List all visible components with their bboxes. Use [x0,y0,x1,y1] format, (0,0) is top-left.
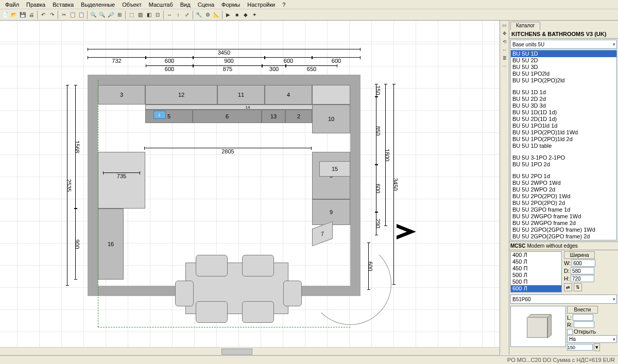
toolbar-icon[interactable]: 📋 [77,11,85,19]
sizes-list[interactable]: 400 Л450 Л450 П500 Л500 П600 Л600 П [510,251,562,292]
catalog-item[interactable]: BU 5U 1PO2ld [511,71,616,77]
menu-view[interactable]: Вид [177,1,194,8]
catalog-item[interactable]: BU 5U 1PO1ld 1d [511,123,616,129]
menu-edit[interactable]: Правка [23,1,48,8]
catalog-item[interactable]: BU 5U 1PO(2PO)2ld [511,77,616,84]
tool-rotate-icon[interactable]: ⟲ [501,38,508,45]
toolbar-icon[interactable]: ⊡ [153,11,162,19]
toolbar-icon[interactable]: ⤢ [183,11,191,19]
size-item[interactable]: 400 Л [511,252,561,258]
model-combo[interactable]: B51P60 [510,294,617,304]
toolbar-icon[interactable]: ▶ [224,11,232,19]
mirror-h-icon[interactable]: ⇄ [564,283,572,291]
toolbar-icon[interactable]: ✂ [60,11,68,19]
catalog-item[interactable]: BU 5U 3-1PO 2-1PO [511,154,616,161]
size-item[interactable]: 600 Л [511,285,561,292]
menu-help[interactable]: ? [279,1,288,8]
l-input[interactable] [573,314,593,321]
catalog-item[interactable]: BU 5U 2D(1D 1d) [511,116,616,123]
catalog-item[interactable]: BU 5U 2WGPO frame 2d [511,220,616,227]
catalog-item[interactable]: BU 5U 2WGPO frame 1Wd [511,213,616,220]
menu-file[interactable]: Файл [2,1,22,8]
toolbar-icon[interactable]: 🔎 [107,11,115,19]
drawing-canvas[interactable]: 3450 732 600 900 600 600 600 875 300 650… [0,21,500,355]
toolbar-icon[interactable]: ▧ [136,11,144,19]
tool-pan-icon[interactable]: ✥ [501,30,508,37]
chevron-down-icon[interactable]: ▾ [594,343,600,351]
menu-forms[interactable]: Формы [218,1,243,8]
toolbar-icon[interactable]: 🔍 [89,11,97,19]
toolbar-icon[interactable]: 🖨 [27,11,36,19]
toolbar-icon[interactable]: ↔ [165,11,174,19]
mirror-v-icon[interactable]: ⇅ [574,283,582,291]
size-item[interactable]: 450 П [511,265,561,272]
toolbar-icon[interactable]: 💾 [19,11,27,19]
catalog-item[interactable]: BU 5U 2D 2d [511,96,616,102]
toolbar-icon[interactable]: ⚙ [203,11,212,19]
tab-catalog[interactable]: Каталог [510,22,540,30]
menu-scene[interactable]: Сцена [195,1,217,8]
toolbar-icon[interactable]: ↕ [174,11,182,19]
open-checkbox[interactable] [567,329,573,335]
catalog-item[interactable]: BU 5U 1D 1d [511,89,616,96]
w-input[interactable] [572,259,595,267]
dim-seg: 300 [262,65,286,71]
toolbar-icon[interactable]: 📋 [68,11,77,19]
catalog-item[interactable]: BU 5U 2PO 1d [511,173,616,180]
toolbar-icon[interactable]: ↷ [48,11,56,19]
toolbar-icon[interactable]: ■ [233,11,241,19]
dim-seg: 600 [376,165,381,212]
catalog-item[interactable]: BU 5U 2PO(2PO) 2d [511,200,616,206]
toolbar-icon[interactable]: ⊞ [115,11,124,19]
tool-layers-icon[interactable]: ≣ [501,55,508,62]
catalog-item[interactable]: BU 5U 2WPO 1Wd [511,180,616,186]
menu-insert[interactable]: Вставка [49,1,77,8]
catalog-item[interactable]: BU 5U 1PO(2PO)1ld 2d [511,136,616,143]
h-input[interactable] [571,275,594,282]
tool-pointer-icon[interactable]: ▭ [501,22,508,29]
horizontal-scrollbar[interactable] [0,347,500,355]
catalog-item[interactable]: BU 5U 2PO(2PO) 1Wd [511,193,616,200]
catalog-item[interactable]: BU 5U 1PO(2PO)1ld 1Wd [511,129,616,136]
catalog-item[interactable]: BU 5U 3D 3d [511,102,616,109]
catalog-item[interactable]: BU 5U 1D [511,50,616,57]
catalog-item[interactable]: BU 5U 2GPO frame 1d [511,206,616,213]
toolbar-icon[interactable]: ⬚ [127,11,135,19]
toolbar: 📄📂💾🖨↶↷✂📋📋🔍🔍🔎⊞⬚▧◧⊡↔↕⤢🔧⚙📐▶■◆✦ [0,9,618,21]
size-item[interactable]: 450 Л [511,258,561,265]
toolbar-icon[interactable]: 📐 [212,11,220,19]
r-input[interactable] [574,321,594,328]
catalog-item[interactable]: BU 5U 1PO 2d [511,161,616,168]
size-item[interactable]: 500 П [511,279,561,285]
menu-settings[interactable]: Настройки [244,1,278,8]
toolbar-icon[interactable]: ✦ [250,11,259,19]
catalog-group-combo[interactable]: Base units 5U [510,40,617,49]
size-item[interactable]: 600 П [511,292,561,292]
toolbar-icon[interactable]: 📄 [1,11,9,19]
catalog-item[interactable]: BU 5U 2GPO(2GPO frame) 2d [511,233,616,240]
menu-selected[interactable]: Выделенные [78,1,118,8]
width-button[interactable]: Ширина [564,251,595,259]
catalog-item[interactable]: BU 5U 2GPO(2GPO frame) 1Wd [511,227,616,233]
toolbar-icon[interactable]: 🔍 [98,11,106,19]
toolbar-icon[interactable]: ◧ [145,11,153,19]
catalog-item[interactable]: BU 5U 1D table [511,143,616,149]
catalog-item[interactable]: BU 5U 1D(1D 1d) [511,109,616,116]
insert-button[interactable]: Внести [567,306,598,314]
catalog-item[interactable]: BU 5U 3D [511,64,616,71]
tool-more-icon[interactable]: ⋯ [501,63,508,70]
toolbar-icon[interactable]: ◆ [242,11,250,19]
catalog-item[interactable]: BU 5U 2WPO 2d [511,186,616,193]
num-input[interactable] [567,344,593,351]
na-combo[interactable]: На [567,335,617,343]
size-item[interactable]: 500 Л [511,272,561,279]
toolbar-icon[interactable]: 📂 [10,11,18,19]
catalog-item[interactable]: BU 5U 2D [511,57,616,64]
catalog-list[interactable]: BU 5U 1DBU 5U 2DBU 5U 3DBU 5U 1PO2ldBU 5… [510,50,617,240]
toolbar-icon[interactable]: ↶ [39,11,47,19]
tool-measure-icon[interactable]: ↔ [501,46,508,54]
toolbar-icon[interactable]: 🔧 [195,11,203,19]
menu-zoom[interactable]: Масштаб [146,1,176,8]
menu-object[interactable]: Объект [119,1,144,8]
d-input[interactable] [571,267,594,274]
